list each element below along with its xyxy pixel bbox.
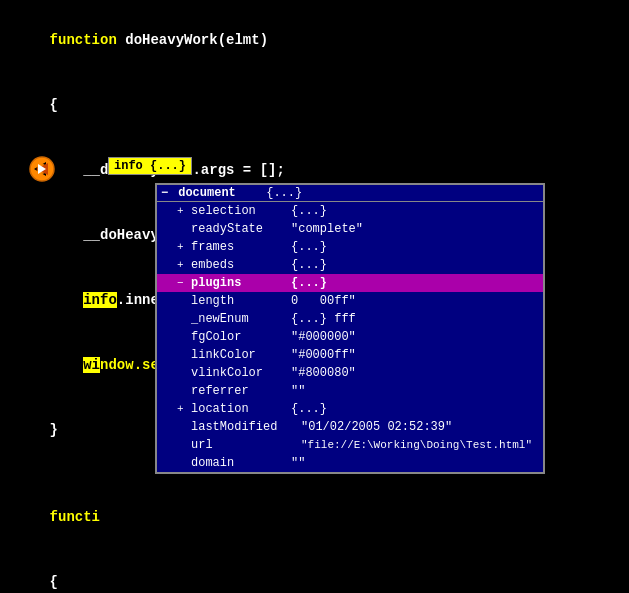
- tooltip-popup: info {...}: [108, 157, 192, 175]
- row-name-fgcolor: fgColor: [191, 330, 291, 344]
- inspector-row-newenum[interactable]: _newEnum {...} fff: [157, 310, 543, 328]
- row-value-embeds: {...}: [291, 258, 327, 272]
- inspector-row-lastmodified[interactable]: lastModified "01/02/2005 02:52:39": [157, 418, 543, 436]
- row-value-domain: "": [291, 456, 305, 470]
- expand-plugins-icon[interactable]: −: [177, 277, 191, 289]
- row-name-selection: selection: [191, 204, 291, 218]
- row-name-readystate: readyState: [191, 222, 291, 236]
- row-value-url: "file://E:\Working\Doing\Test.html": [301, 439, 532, 451]
- code-parens: (elmt): [218, 32, 268, 48]
- row-name-length: length: [191, 294, 291, 308]
- keyword-function: function: [50, 32, 126, 48]
- inspector-collapse-icon[interactable]: −: [161, 186, 168, 200]
- row-value-frames: {...}: [291, 240, 327, 254]
- row-name-domain: domain: [191, 456, 291, 470]
- code-line-1: function doHeavyWork(elmt): [16, 8, 621, 73]
- row-value-selection: {...}: [291, 204, 327, 218]
- inspector-row-selection[interactable]: + selection {...}: [157, 202, 543, 220]
- inspector-row-length[interactable]: length 0 00ff": [157, 292, 543, 310]
- row-name-plugins: plugins: [191, 276, 291, 290]
- inspector-row-plugins[interactable]: − plugins {...}: [157, 274, 543, 292]
- inspector-row-readystate[interactable]: readyState "complete": [157, 220, 543, 238]
- inspector-row-fgcolor[interactable]: fgColor "#000000": [157, 328, 543, 346]
- row-name-vlinkcolor: vlinkColor: [191, 366, 291, 380]
- row-name-frames: frames: [191, 240, 291, 254]
- code-line-10: {: [16, 550, 621, 593]
- row-name-referrer: referrer: [191, 384, 291, 398]
- arrow-icon: [28, 155, 56, 183]
- row-name-linkcolor: linkColor: [191, 348, 291, 362]
- row-value-plugins: {...}: [291, 276, 327, 290]
- row-name-embeds: embeds: [191, 258, 291, 272]
- row-value-vlinkcolor: "#800080": [291, 366, 356, 380]
- inspector-row-vlinkcolor[interactable]: vlinkColor "#800080": [157, 364, 543, 382]
- row-name-location: location: [191, 402, 291, 416]
- inspector-row-domain[interactable]: domain "": [157, 454, 543, 472]
- inspector-row-location[interactable]: + location {...}: [157, 400, 543, 418]
- row-name-lastmodified: lastModified: [191, 420, 301, 434]
- row-name-newenum: _newEnum: [191, 312, 291, 326]
- fn-name: doHeavyWork: [125, 32, 217, 48]
- code-line-9: functi: [16, 485, 621, 550]
- tooltip-label: info {...}: [114, 159, 186, 173]
- row-value-lastmodified: "01/02/2005 02:52:39": [301, 420, 452, 434]
- code-line-2: {: [16, 73, 621, 138]
- row-name-url: url: [191, 438, 301, 452]
- inspector-row-frames[interactable]: + frames {...}: [157, 238, 543, 256]
- inspector-header: − document {...}: [157, 185, 543, 202]
- expand-location-icon[interactable]: +: [177, 403, 191, 415]
- info-highlight: info: [83, 292, 117, 308]
- inspector-row-referrer[interactable]: referrer "": [157, 382, 543, 400]
- expand-frames-icon[interactable]: +: [177, 241, 191, 253]
- row-value-referrer: "": [291, 384, 305, 398]
- row-value-linkcolor: "#0000ff": [291, 348, 356, 362]
- inspector-row-embeds[interactable]: + embeds {...}: [157, 256, 543, 274]
- expand-selection-icon[interactable]: +: [177, 205, 191, 217]
- row-value-location: {...}: [291, 402, 327, 416]
- row-value-newenum: {...} fff: [291, 312, 356, 326]
- row-value-readystate: "complete": [291, 222, 363, 236]
- expand-embeds-icon[interactable]: +: [177, 259, 191, 271]
- row-value-length: 0 00ff": [291, 294, 356, 308]
- inspector-header-name: document: [178, 186, 258, 200]
- inspector-row-url[interactable]: url "file://E:\Working\Doing\Test.html": [157, 436, 543, 454]
- inspector-panel[interactable]: − document {...} + selection {...} ready…: [155, 183, 545, 474]
- inspector-row-linkcolor[interactable]: linkColor "#0000ff": [157, 346, 543, 364]
- inspector-header-value: {...}: [266, 186, 302, 200]
- row-value-fgcolor: "#000000": [291, 330, 356, 344]
